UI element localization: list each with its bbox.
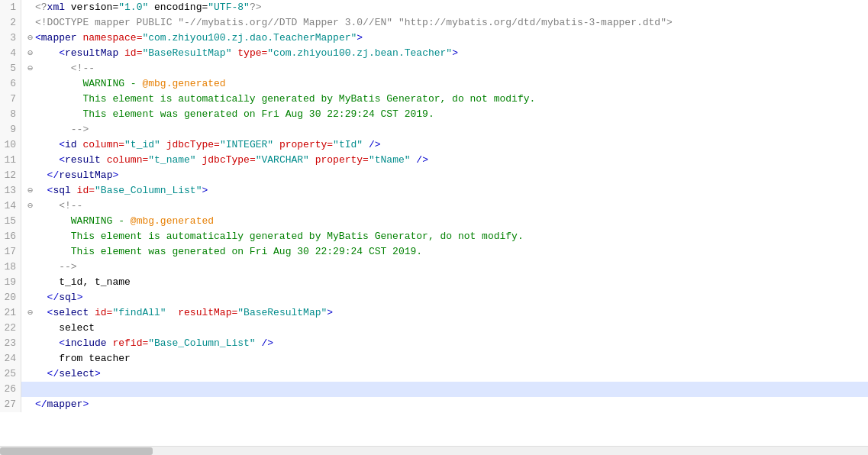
token: select [35, 322, 95, 334]
fold-indicator[interactable] [27, 139, 35, 152]
fold-indicator[interactable] [27, 353, 35, 366]
token: < [35, 32, 41, 44]
fold-indicator[interactable] [27, 368, 35, 381]
token: resultMap [59, 169, 112, 181]
token: xml [47, 2, 65, 13]
token: mapper [41, 32, 77, 44]
code-content: --> [35, 260, 868, 275]
code-content: from teacher [35, 351, 868, 366]
fold-indicator[interactable] [27, 246, 35, 259]
token: --> [35, 261, 77, 273]
fold-indicator[interactable] [27, 399, 35, 411]
line-number: 19 [0, 275, 21, 290]
token: <!-- [35, 63, 95, 74]
line-number: 24 [0, 351, 21, 366]
fold-indicator[interactable] [27, 337, 35, 350]
token: mapper [47, 399, 83, 410]
code-line: 20 </sql> [0, 290, 868, 305]
code-line: 16 This element is automatically generat… [0, 229, 868, 244]
line-number: 18 [0, 260, 21, 275]
token: </ [35, 169, 59, 181]
fold-indicator[interactable] [27, 169, 35, 182]
token: --> [35, 124, 89, 135]
fold-indicator[interactable]: ⊖ [27, 31, 35, 45]
token: jdbcType= [196, 154, 256, 166]
token: result [65, 154, 101, 166]
line-number: 7 [0, 92, 21, 107]
code-line: 1 <?xml version="1.0" encoding="UTF-8"?> [0, 0, 868, 15]
token: <!DOCTYPE mapper PUBLIC "-//mybatis.org/… [35, 17, 673, 28]
code-content: This element is automatically generated … [35, 229, 868, 244]
code-line: 13⊖ <sql id="Base_Column_List"> [0, 183, 868, 198]
token: id [65, 139, 77, 150]
token: /> [256, 337, 273, 349]
code-content: <!-- [35, 61, 868, 76]
fold-indicator[interactable] [27, 261, 35, 274]
code-line: 19 t_id, t_name [0, 275, 868, 290]
fold-indicator[interactable] [27, 276, 35, 289]
line-number: 4 [0, 46, 21, 61]
token: jdbcType= [160, 139, 220, 150]
token: </ [35, 292, 59, 303]
token: > [77, 292, 83, 303]
fold-indicator[interactable] [27, 215, 35, 228]
fold-indicator[interactable]: ⊖ [27, 199, 35, 213]
token: @mbg.generated [142, 78, 225, 89]
token: select [59, 368, 95, 379]
token: < [35, 139, 65, 150]
fold-indicator[interactable]: ⊖ [27, 306, 35, 320]
fold-indicator[interactable] [27, 108, 35, 121]
fold-indicator[interactable]: ⊖ [27, 184, 35, 198]
fold-indicator[interactable] [27, 322, 35, 335]
token: version= [65, 2, 118, 13]
fold-indicator[interactable] [27, 93, 35, 106]
code-content: <mapper namespace="com.zhiyou100.zj.dao.… [35, 31, 868, 46]
token: "Base_Column_List" [148, 337, 255, 349]
code-line: 5⊖ <!-- [0, 61, 868, 76]
fold-indicator[interactable] [27, 383, 35, 396]
code-line: 25 </select> [0, 366, 868, 382]
code-line: 23 <include refid="Base_Column_List" /> [0, 336, 868, 351]
fold-indicator[interactable] [27, 2, 35, 15]
token: > [452, 47, 458, 59]
fold-indicator[interactable] [27, 124, 35, 137]
fold-indicator[interactable] [27, 78, 35, 91]
fold-indicator[interactable] [27, 231, 35, 244]
line-number: 20 [0, 290, 21, 305]
code-content: <id column="t_id" jdbcType="INTEGER" pro… [35, 137, 868, 153]
fold-indicator[interactable]: ⊖ [27, 47, 35, 60]
code-line: 8 This element was generated on Fri Aug … [0, 107, 868, 122]
code-content: </mapper> [35, 397, 868, 412]
fold-indicator[interactable]: ⊖ [27, 62, 35, 76]
token: "BaseResultMap" [142, 47, 231, 59]
code-line: 9 --> [0, 122, 868, 137]
token: property= [273, 139, 333, 150]
code-line: 6 WARNING - @mbg.generated [0, 76, 868, 92]
token: "com.zhiyou100.zj.bean.Teacher" [267, 47, 452, 59]
code-line: 17 This element was generated on Fri Aug… [0, 244, 868, 260]
token: /> [363, 139, 380, 150]
code-content: <!DOCTYPE mapper PUBLIC "-//mybatis.org/… [35, 15, 868, 31]
token: < [35, 185, 53, 196]
horizontal-scrollbar[interactable] [0, 446, 868, 455]
token: WARNING - [35, 78, 142, 89]
code-content: </select> [35, 366, 868, 382]
code-content: <result column="t_name" jdbcType="VARCHA… [35, 153, 868, 168]
code-line: 10 <id column="t_id" jdbcType="INTEGER" … [0, 137, 868, 153]
fold-indicator[interactable] [27, 292, 35, 305]
fold-indicator[interactable] [27, 17, 35, 30]
token: refid= [107, 337, 149, 349]
code-line: 11 <result column="t_name" jdbcType="VAR… [0, 153, 868, 168]
line-number: 6 [0, 76, 21, 92]
line-number: 5 [0, 61, 21, 76]
token: "tId" [333, 139, 363, 150]
fold-indicator[interactable] [27, 154, 35, 167]
code-content: <select id="findAll" resultMap="BaseResu… [35, 305, 868, 321]
code-content: <?xml version="1.0" encoding="UTF-8"?> [35, 0, 868, 15]
code-line: 18 --> [0, 260, 868, 275]
token: column= [77, 139, 124, 150]
token: "t_id" [124, 139, 160, 150]
token: > [82, 399, 89, 410]
token: type= [231, 47, 267, 59]
scrollbar-thumb[interactable] [0, 447, 153, 455]
